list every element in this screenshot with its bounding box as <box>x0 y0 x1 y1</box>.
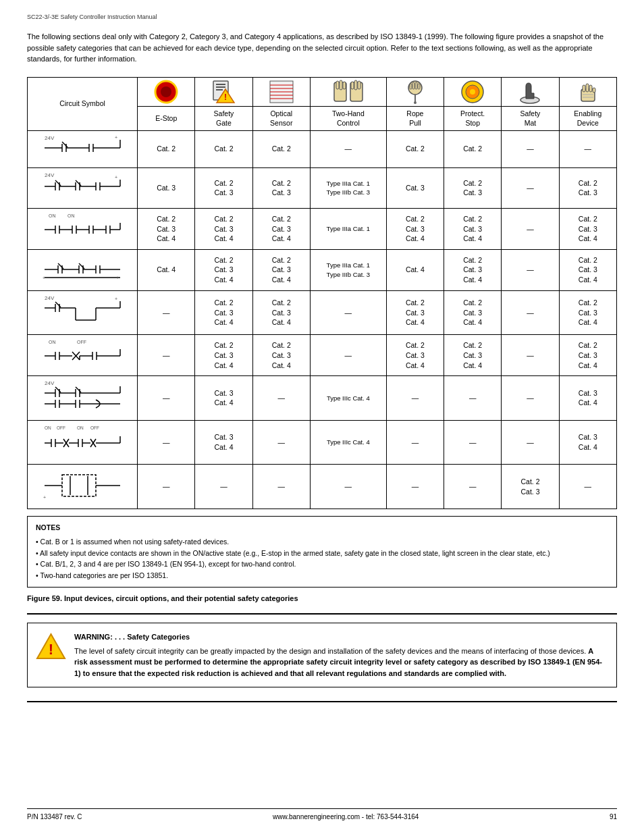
rope-cat-2: Cat. 3 <box>386 167 444 209</box>
optical-icon-container <box>256 80 307 104</box>
page: SC22-3/-3E Safety Controller Instruction… <box>0 0 644 834</box>
svg-text:+: + <box>115 296 117 301</box>
footer-center: www.bannerengineering.com - tel: 763-544… <box>273 813 419 820</box>
estop-cat-2: Cat. 3 <box>138 167 195 209</box>
enabling-icon <box>576 80 600 104</box>
svg-rect-20 <box>354 80 357 90</box>
svg-line-59 <box>76 180 81 186</box>
svg-rect-24 <box>412 82 414 89</box>
intro-text: The following sections deal only with Ca… <box>27 31 617 65</box>
optical-cat-3: Cat. 2Cat. 3Cat. 4 <box>252 209 310 250</box>
svg-rect-19 <box>358 81 360 89</box>
safety-mat-cat-7: — <box>502 376 559 421</box>
notes-item-3: • Cat. B/1, 2, 3 and 4 are per ISO 13849… <box>36 558 608 570</box>
svg-text:ON: ON <box>49 213 56 218</box>
safety-mat-cat-8: — <box>502 420 559 465</box>
protect-stop-cat-8: — <box>444 420 502 465</box>
circuit-svg-5: 24V + <box>42 293 123 330</box>
protect-stop-cat-1: Cat. 2 <box>444 130 502 167</box>
safety-mat-cat-1: — <box>502 130 559 167</box>
table-row: + + Cat. 4 Cat. 2Cat. 3Cat. 4 Cat. 2Cat.… <box>28 249 617 290</box>
table-row: ON OFF ON OFF <box>28 420 617 465</box>
rope-cat-9: — <box>386 465 444 509</box>
svg-rect-5 <box>216 89 223 90</box>
col-label-enabling: EnablingDevice <box>559 106 616 130</box>
enabling-cat-1: — <box>559 130 616 167</box>
svg-point-1 <box>161 86 171 97</box>
protect-stop-cat-7: — <box>444 376 502 421</box>
safety-mat-cat-3: — <box>502 209 559 250</box>
col-label-estop: E-Stop <box>138 106 195 130</box>
optical-cat-9: — <box>252 465 310 509</box>
svg-rect-15 <box>336 81 339 89</box>
col-label-safety-mat: SafetyMat <box>502 106 559 130</box>
svg-line-55 <box>55 180 61 186</box>
svg-rect-21 <box>351 82 354 89</box>
circuit-svg-4: + + <box>42 252 123 286</box>
enabling-cat-7: Cat. 3Cat. 4 <box>559 376 616 421</box>
col-header-estop <box>138 77 195 106</box>
estop-cat-8: — <box>138 420 195 465</box>
svg-line-89 <box>79 263 84 269</box>
svg-rect-35 <box>586 84 589 92</box>
enabling-cat-2: Cat. 2Cat. 3 <box>559 167 616 209</box>
safety-gate-cat-2: Cat. 2Cat. 3 <box>195 167 252 209</box>
safety-gate-icon: ! <box>211 80 236 104</box>
circuit-diagram-cell-2: 24V <box>28 167 138 209</box>
optical-cat-7: — <box>252 376 310 421</box>
enabling-cat-8: Cat. 3Cat. 4 <box>559 420 616 465</box>
notes-item-4: • Two-hand categories are per ISO 13851. <box>36 570 608 581</box>
protect-stop-cat-3: Cat. 2Cat. 3Cat. 4 <box>444 209 502 250</box>
warning-content: WARNING: . . . Safety Categories The lev… <box>74 631 608 679</box>
table-row: + — — — — — — Cat. 2Cat. 3 — <box>28 465 617 509</box>
circuit-diagram-cell-7: 24V <box>28 376 138 421</box>
enabling-cat-6: Cat. 2Cat. 3Cat. 4 <box>559 335 616 376</box>
circuit-svg-8: ON OFF ON OFF <box>42 423 123 460</box>
svg-text:+: + <box>116 276 119 280</box>
twohand-icon <box>333 80 364 104</box>
rope-icon <box>403 80 427 104</box>
svg-rect-17 <box>343 82 346 89</box>
svg-rect-36 <box>589 85 592 92</box>
rope-cat-4: Cat. 4 <box>386 249 444 290</box>
optical-icon <box>269 80 294 104</box>
circuit-svg-9: + <box>42 467 123 504</box>
svg-text:ON: ON <box>68 213 75 218</box>
svg-text:ON: ON <box>49 340 56 344</box>
svg-text:OFF: OFF <box>77 340 86 344</box>
svg-line-44 <box>62 142 68 147</box>
svg-text:!: ! <box>49 641 53 658</box>
twohand-cat-5: — <box>310 290 386 335</box>
circuit-svg-1: 24V + <box>42 133 123 163</box>
svg-line-132 <box>76 387 81 392</box>
estop-icon <box>154 80 178 104</box>
footer-left: P/N 133487 rev. C <box>27 813 82 820</box>
optical-cat-2: Cat. 2Cat. 3 <box>252 167 310 209</box>
svg-text:+: + <box>115 135 117 140</box>
svg-rect-161 <box>62 475 96 496</box>
optical-cat-6: Cat. 2Cat. 3Cat. 4 <box>252 335 310 376</box>
col-header-safety-gate: ! <box>195 77 252 106</box>
col-header-enabling <box>559 77 616 106</box>
warning-text: The level of safety circuit integrity ca… <box>74 646 608 679</box>
safety-categories-table: Circuit Symbol <box>27 77 617 510</box>
svg-rect-25 <box>415 82 417 89</box>
safety-mat-icon-container <box>504 80 556 104</box>
svg-rect-34 <box>583 85 585 92</box>
svg-text:24V: 24V <box>45 295 55 301</box>
col-header-protect-stop <box>444 77 502 106</box>
svg-text:!: ! <box>224 93 227 102</box>
protect-stop-cat-6: Cat. 2Cat. 3Cat. 4 <box>444 335 502 376</box>
warning-box: ! WARNING: . . . Safety Categories The l… <box>27 623 617 687</box>
svg-text:24V: 24V <box>45 172 55 178</box>
protect-stop-cat-9: — <box>444 465 502 509</box>
optical-cat-8: — <box>252 420 310 465</box>
warning-text-normal: The level of safety circuit integrity ca… <box>74 647 586 655</box>
col-header-safety-mat <box>502 77 559 106</box>
safety-gate-cat-6: Cat. 2Cat. 3Cat. 4 <box>195 335 252 376</box>
svg-text:+: + <box>43 495 46 500</box>
col-header-circuit: Circuit Symbol <box>28 77 138 130</box>
col-label-twohand: Two-HandControl <box>310 106 386 130</box>
col-circuit-label: Circuit Symbol <box>59 99 105 107</box>
svg-line-128 <box>55 387 61 392</box>
